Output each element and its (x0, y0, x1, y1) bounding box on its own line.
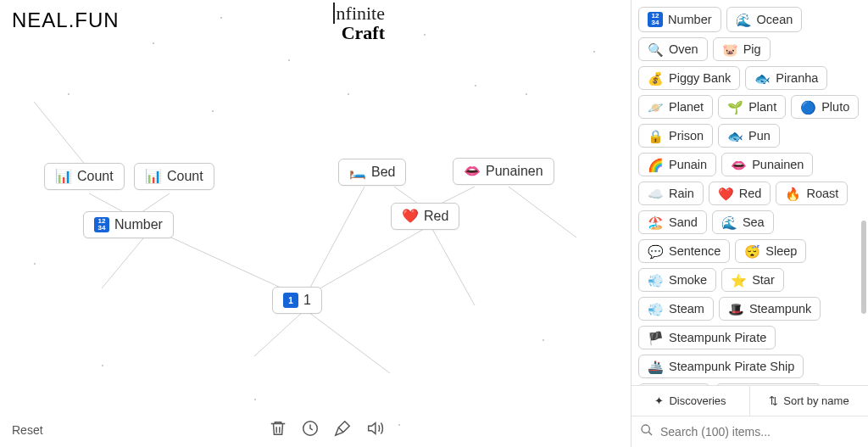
inventory-item-label: Sentence (669, 244, 721, 258)
canvas-item[interactable]: 11 (272, 287, 322, 314)
clock-icon[interactable] (300, 418, 320, 439)
broom-icon[interactable] (332, 418, 353, 439)
inventory-item[interactable]: 🎩Steampunk (719, 297, 821, 321)
inventory-item[interactable]: 🌊Ocean (726, 7, 803, 32)
discoveries-button[interactable]: ✦ Discoveries (632, 386, 750, 416)
inventory-item-label: Punain (669, 158, 707, 171)
inventory-item[interactable]: ❤️Red (709, 182, 771, 205)
inventory-item-label: Pun (748, 129, 771, 142)
inventory-item-label: Planet (669, 100, 704, 114)
inventory-item[interactable]: 😴Sleep (735, 239, 806, 263)
particle-dot (68, 93, 70, 95)
reset-button[interactable]: Reset (12, 423, 43, 437)
sort-icon: ⇅ (769, 394, 778, 407)
inventory-item[interactable]: 🏖️Sand (638, 210, 707, 234)
svg-point-14 (642, 425, 649, 433)
particle-dot (220, 17, 222, 19)
inventory-item-label: Piggy Bank (669, 71, 731, 85)
particle-dot (542, 339, 544, 341)
inventory-item-label: Steampunk (749, 302, 811, 316)
inventory-item[interactable]: 💨Steam (638, 297, 714, 321)
particle-dot (34, 263, 36, 265)
sparkle-icon: ✦ (654, 394, 664, 407)
search-bar (632, 416, 868, 447)
svg-line-12 (305, 310, 390, 373)
inventory-item[interactable]: 🌱Plant (718, 95, 786, 119)
inventory-item[interactable]: 🔥Roast (776, 182, 848, 205)
particle-dot (475, 85, 476, 87)
particle-dot (593, 51, 595, 53)
particle-dot (288, 59, 290, 61)
canvas-item[interactable]: ❤️Red (391, 203, 459, 230)
canvas-item-label: 1 (303, 293, 311, 308)
inventory-item-label: Oven (669, 42, 698, 56)
inventory-item[interactable]: 👄Punainen (721, 153, 813, 176)
svg-line-7 (254, 310, 305, 356)
page-scrollbar[interactable] (861, 221, 866, 314)
inventory-item[interactable]: 🔵Pluto (791, 95, 859, 119)
inventory-item[interactable]: 🌈Punain (638, 153, 716, 176)
inventory-item[interactable]: 🐷Pig (713, 37, 771, 61)
canvas-item-label: Number (114, 217, 163, 232)
inventory-item-label: Punainen (752, 158, 804, 171)
inventory-scroll[interactable]: 1234Number🌊Ocean🔍Oven🐷Pig💰Piggy Bank🐟Pir… (632, 0, 868, 385)
inventory-item-label: Pig (743, 42, 761, 56)
inventory-item-label: Ocean (757, 13, 793, 26)
canvas-item[interactable]: 👄Punainen (453, 158, 554, 185)
sort-button[interactable]: ⇅ Sort by name (750, 386, 868, 416)
inventory-item[interactable]: 💨Smoke (638, 268, 716, 292)
inventory-item[interactable]: ⭐Star (721, 268, 784, 292)
inventory-item-label: Pluto (821, 100, 849, 114)
inventory-item-label: Smoke (669, 273, 707, 287)
particle-dot (102, 365, 103, 366)
inventory-item-label: Sand (669, 215, 698, 229)
particle-dot (212, 110, 214, 112)
craft-canvas[interactable]: NEAL.FUN nfinite Craft 📊Count📊Count1234N… (0, 0, 631, 447)
inventory-item[interactable]: 🔒Prison (638, 124, 713, 148)
search-input[interactable] (660, 425, 860, 439)
inventory-item[interactable]: 💰Piggy Bank (638, 66, 740, 90)
inventory-item[interactable]: 1234Number (638, 7, 721, 32)
inventory-item[interactable]: 🔍Oven (638, 37, 708, 61)
inventory-item-label: Piranha (776, 71, 818, 85)
inventory-item-label: Number (668, 13, 712, 26)
canvas-item[interactable]: 📊Count (44, 163, 125, 190)
inventory-item-label: Sea (743, 215, 765, 229)
canvas-item-label: Bed (371, 165, 395, 180)
inventory-item[interactable]: 🪐Planet (638, 95, 713, 119)
particle-dot (254, 399, 256, 400)
inventory-item-label: Sleep (765, 244, 797, 258)
inventory-sidebar: 1234Number🌊Ocean🔍Oven🐷Pig💰Piggy Bank🐟Pir… (631, 0, 868, 447)
canvas-item-label: Count (77, 169, 114, 184)
inventory-item[interactable]: 🐟Pun (718, 124, 780, 148)
canvas-item[interactable]: 📊Count (134, 163, 214, 190)
inventory-item[interactable]: 💬Sentence (638, 239, 730, 263)
inventory-item[interactable]: 🌊Sea (712, 210, 774, 234)
inventory-item[interactable]: 🚢Steampunk Pirate Ship (638, 355, 804, 378)
particle-dot (424, 34, 426, 36)
particle-dot (526, 93, 527, 95)
svg-line-10 (509, 187, 576, 237)
canvas-item[interactable]: 🛏️Bed (338, 159, 406, 186)
inventory-item[interactable]: 🐟Piranha (745, 66, 827, 90)
search-icon (640, 423, 654, 440)
canvas-item-label: Punainen (486, 164, 543, 179)
canvas-toolbar (268, 418, 385, 439)
inventory-controls: ✦ Discoveries ⇅ Sort by name (632, 385, 868, 416)
inventory-item-label: Steampunk Pirate Ship (669, 360, 794, 373)
inventory-item-label: Star (752, 273, 775, 287)
inventory-item-label: Prison (669, 129, 704, 142)
inventory-item[interactable]: 🏴Steampunk Pirate (638, 326, 776, 349)
inventory-item-label: Red (739, 187, 762, 200)
sound-icon[interactable] (364, 418, 385, 439)
trash-icon[interactable] (268, 418, 288, 439)
particle-dot (398, 424, 400, 426)
canvas-item-label: Count (167, 169, 203, 184)
canvas-item[interactable]: 1234Number (83, 211, 174, 238)
svg-line-11 (432, 229, 475, 305)
inventory-item-label: Plant (748, 100, 776, 114)
inventory-item-label: Rain (669, 187, 694, 200)
canvas-item-label: Red (424, 209, 448, 224)
inventory-item-label: Steam (669, 302, 704, 316)
inventory-item[interactable]: ☁️Rain (638, 182, 704, 205)
